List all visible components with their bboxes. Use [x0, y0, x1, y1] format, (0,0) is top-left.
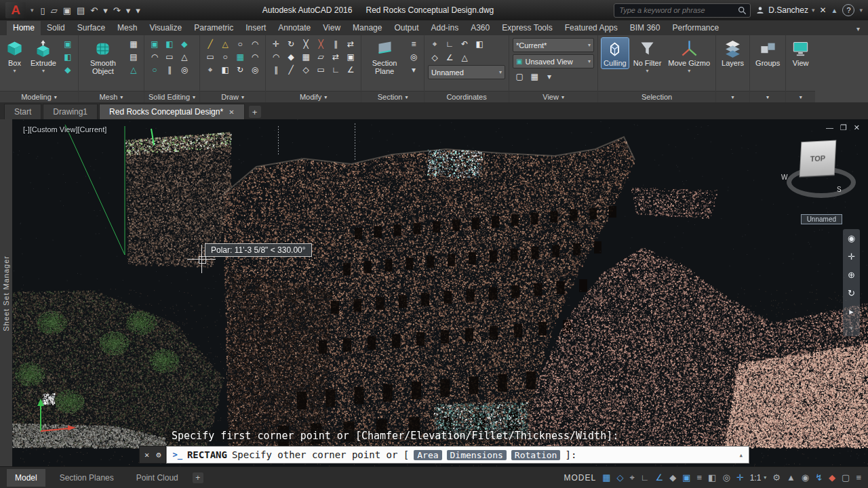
spline-icon[interactable]: ◠: [248, 51, 262, 62]
ucs-3point-icon[interactable]: △: [458, 52, 471, 63]
ucs-named-combo[interactable]: Unnamed ▾: [428, 65, 505, 79]
point-icon[interactable]: ⌖: [203, 64, 217, 75]
polar-tracking-icon[interactable]: ∠: [656, 472, 664, 483]
notification-icon[interactable]: ◆: [829, 472, 835, 483]
region-icon[interactable]: ◧: [218, 64, 232, 75]
union-icon[interactable]: ▣: [148, 38, 161, 49]
full-navigation-wheel-icon[interactable]: ◉: [848, 234, 855, 243]
move-gizmo-caret-icon[interactable]: ▾: [688, 68, 690, 74]
box-caret-icon[interactable]: ▾: [13, 68, 16, 74]
tab-annotate[interactable]: Annotate: [272, 21, 317, 35]
panel-label-view2[interactable]: ▾: [786, 91, 815, 102]
tab-solid[interactable]: Solid: [41, 21, 71, 35]
viewcube-top-face[interactable]: TOP: [800, 140, 837, 178]
tab-view[interactable]: View: [317, 21, 347, 35]
undo-caret-icon[interactable]: ▾: [101, 5, 110, 16]
smooth-object-button[interactable]: Smooth Object: [82, 38, 124, 77]
ellipse-icon[interactable]: ○: [218, 51, 232, 62]
object-isolate-icon[interactable]: ◉: [802, 472, 809, 483]
ribbon-collapse-icon[interactable]: ▾: [856, 25, 860, 35]
isometric-drafting-icon[interactable]: ◆: [669, 472, 676, 483]
break-icon[interactable]: ◇: [299, 64, 313, 75]
viewport-canvas[interactable]: [12, 119, 868, 467]
command-option-rotation[interactable]: Rotation: [511, 450, 561, 460]
mesh-refine-icon[interactable]: ▦: [127, 38, 140, 49]
imprint-icon[interactable]: ∥: [163, 64, 176, 75]
showmotion-icon[interactable]: ▸: [849, 307, 854, 316]
help-icon[interactable]: ?: [842, 4, 854, 16]
autocad-logo-icon[interactable]: A: [5, 2, 26, 18]
panel-label-view[interactable]: View ▾: [509, 91, 597, 102]
compass-west-label[interactable]: W: [781, 174, 787, 181]
line-icon[interactable]: ╱: [203, 38, 217, 49]
ucs-icon[interactable]: ∟: [443, 38, 456, 49]
ucs-world-icon[interactable]: ⌖: [428, 38, 441, 49]
model-space-label[interactable]: MODEL: [564, 473, 596, 483]
selection-cycling-icon[interactable]: ◎: [722, 472, 730, 483]
culling-button[interactable]: Culling: [601, 38, 629, 68]
donut-icon[interactable]: ◎: [248, 64, 262, 75]
command-close-icon[interactable]: ✕: [144, 450, 149, 460]
live-section-icon[interactable]: ≡: [407, 38, 420, 49]
tab-express-tools[interactable]: Express Tools: [496, 21, 558, 35]
new-icon[interactable]: ▯: [39, 5, 47, 16]
search-input[interactable]: [618, 5, 734, 15]
new-layout-button[interactable]: +: [193, 472, 203, 483]
extrude-caret-icon[interactable]: ▾: [42, 68, 45, 74]
chamfer-icon[interactable]: ╱: [284, 64, 298, 75]
tab-visualize[interactable]: Visualize: [143, 21, 188, 35]
rectangle-icon[interactable]: ▭: [203, 51, 217, 62]
panel-label-modify[interactable]: Modify ▾: [266, 91, 361, 102]
extrude-button[interactable]: Extrude ▾: [28, 38, 58, 75]
erase-icon[interactable]: ╳: [314, 38, 328, 49]
presspull-icon[interactable]: ◧: [61, 51, 75, 62]
command-recent-caret-icon[interactable]: ▴: [738, 451, 743, 460]
ucs-origin-icon[interactable]: ◇: [428, 52, 441, 63]
stretch-icon[interactable]: ⇄: [329, 51, 342, 62]
ucs-previous-icon[interactable]: ↶: [458, 38, 471, 49]
sweep-icon[interactable]: ◆: [61, 64, 75, 75]
infer-constraints-icon[interactable]: ⌖: [629, 472, 634, 483]
tab-featured-apps[interactable]: Featured Apps: [559, 21, 624, 35]
panel-label-groups[interactable]: ▾: [750, 91, 785, 102]
view-tools-button[interactable]: View: [789, 38, 812, 68]
lengthen-icon[interactable]: ▭: [314, 64, 328, 75]
compass-south-label[interactable]: S: [837, 186, 842, 193]
section-planes-tab[interactable]: Section Planes: [52, 469, 122, 487]
snap-mode-icon[interactable]: ◇: [616, 472, 623, 483]
section-view-icon[interactable]: ◎: [407, 51, 420, 62]
infocenter-search[interactable]: [614, 3, 751, 18]
scale-icon[interactable]: ▱: [314, 51, 328, 62]
new-tab-button[interactable]: +: [249, 106, 261, 118]
sheet-set-manager-rail[interactable]: Sheet Set Manager: [0, 119, 13, 467]
subtract-icon[interactable]: ◧: [163, 38, 176, 49]
transparency-icon[interactable]: ◧: [708, 472, 716, 483]
groups-button[interactable]: Groups: [753, 38, 782, 68]
divide-icon[interactable]: ∠: [344, 64, 357, 75]
panel-label-mesh[interactable]: Mesh ▾: [79, 91, 144, 102]
exchange-apps-icon[interactable]: ✕: [820, 5, 827, 15]
tab-addins[interactable]: Add-ins: [425, 21, 465, 35]
viewcube[interactable]: TOP W S: [783, 138, 850, 210]
fillet-edge-icon[interactable]: ◠: [148, 51, 161, 62]
panel-label-coordinates[interactable]: Coordinates: [425, 91, 509, 102]
orbit-icon[interactable]: ↻: [848, 289, 855, 298]
no-filter-caret-icon[interactable]: ▾: [646, 68, 649, 74]
viewport-config-icon[interactable]: ▢: [513, 70, 526, 82]
view-more-caret-icon[interactable]: ▾: [542, 70, 556, 82]
navbar-caret-icon[interactable]: ▾: [850, 325, 853, 331]
explode-icon[interactable]: ◆: [284, 51, 298, 62]
search-icon[interactable]: [738, 6, 747, 15]
intersect-icon[interactable]: ◆: [178, 38, 191, 49]
align-icon[interactable]: ∟: [329, 64, 342, 75]
tab-a360[interactable]: A360: [465, 21, 496, 35]
app-menu-caret-icon[interactable]: ▾: [31, 7, 34, 14]
tab-output[interactable]: Output: [388, 21, 425, 35]
grid-display-icon[interactable]: ▦: [602, 472, 610, 483]
polyline-icon[interactable]: △: [218, 38, 232, 49]
customization-menu-icon[interactable]: ≡: [856, 472, 861, 483]
copy-icon[interactable]: ▣: [344, 51, 357, 62]
lineweight-icon[interactable]: ≡: [696, 472, 702, 483]
mesh-crease-icon[interactable]: ▤: [127, 51, 140, 62]
section-plane-button[interactable]: Section Plane: [365, 38, 404, 77]
